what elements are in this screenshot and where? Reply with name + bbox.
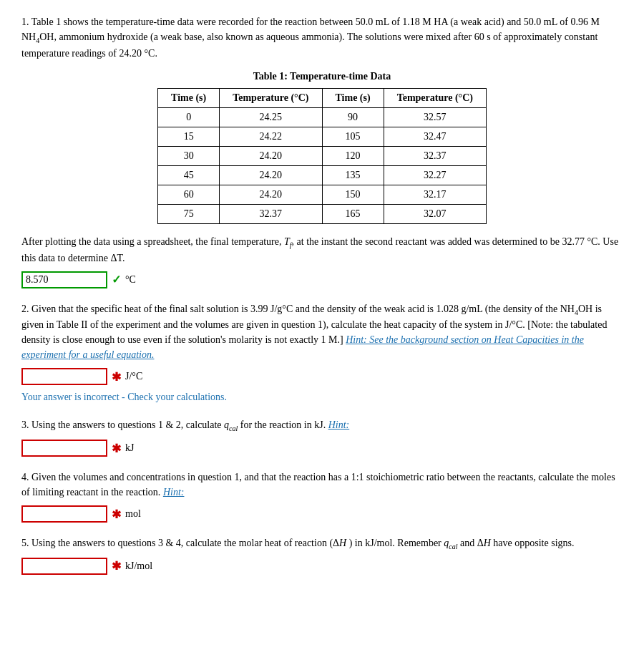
table-cell: 165 — [322, 204, 384, 223]
table-row: 4524.2013532.27 — [158, 165, 487, 185]
q4-required-star: ✱ — [112, 508, 121, 521]
q1-text: 1. Table 1 shows the temperature-time da… — [21, 14, 623, 61]
col-header-time2: Time (s) — [322, 88, 384, 107]
table-cell: 24.22 — [220, 127, 322, 146]
table-cell: 24.20 — [220, 146, 322, 165]
data-table: Time (s) Temperature (°C) Time (s) Tempe… — [157, 88, 487, 224]
table-cell: 120 — [322, 146, 384, 165]
table-cell: 105 — [322, 127, 384, 146]
table-row: 6024.2015032.17 — [158, 185, 487, 204]
q1-answer-row: ✓ °C — [21, 271, 623, 288]
table-cell: 32.37 — [384, 146, 486, 165]
q1-unit: °C — [125, 274, 136, 286]
table-cell: 135 — [322, 165, 384, 185]
table-cell: 24.25 — [220, 107, 322, 127]
col-header-temp2: Temperature (°C) — [384, 88, 486, 107]
q4-answer-row: ✱ mol — [21, 505, 623, 523]
table-cell: 150 — [322, 185, 384, 204]
q1-after-text: After plotting the data using a spreadsh… — [21, 234, 623, 266]
table-cell: 24.20 — [220, 165, 322, 185]
q5-unit: kJ/mol — [125, 561, 152, 572]
q3-answer-row: ✱ kJ — [21, 440, 623, 457]
q3-hint-link[interactable]: Hint: — [328, 419, 350, 430]
table-cell: 32.07 — [384, 204, 486, 223]
table-cell: 60 — [158, 185, 220, 204]
table-cell: 75 — [158, 204, 220, 223]
q5-answer-input[interactable] — [21, 558, 107, 575]
q1-check-icon: ✓ — [112, 273, 121, 286]
table-cell: 15 — [158, 127, 220, 146]
q4-answer-input[interactable] — [21, 505, 107, 523]
q4-hint-link[interactable]: Hint: — [163, 487, 185, 498]
table-cell: 32.57 — [384, 107, 486, 127]
q2-answer-input[interactable] — [21, 368, 107, 385]
col-header-temp1: Temperature (°C) — [220, 88, 322, 107]
table-cell: 32.37 — [220, 204, 322, 223]
q3-unit: kJ — [125, 442, 134, 454]
question-4: 4. Given the volumes and concentrations … — [21, 470, 623, 523]
q3-text: 3. Using the answers to questions 1 & 2,… — [21, 417, 623, 434]
table-cell: 32.47 — [384, 127, 486, 146]
table-cell: 32.27 — [384, 165, 486, 185]
table-row: 3024.2012032.37 — [158, 146, 487, 165]
q1-answer-input[interactable] — [21, 271, 107, 288]
table-cell: 24.20 — [220, 185, 322, 204]
q3-required-star: ✱ — [112, 442, 121, 455]
q5-answer-row: ✱ kJ/mol — [21, 558, 623, 575]
table-cell: 90 — [322, 107, 384, 127]
table-row: 1524.2210532.47 — [158, 127, 487, 146]
q2-required-star: ✱ — [112, 370, 121, 384]
q2-text: 2. Given that the specific heat of the f… — [21, 301, 623, 363]
q3-answer-input[interactable] — [21, 440, 107, 457]
q5-text: 5. Using the answers to questions 3 & 4,… — [21, 535, 623, 552]
question-2: 2. Given that the specific heat of the f… — [21, 301, 623, 405]
q4-unit: mol — [125, 508, 141, 520]
q5-required-star: ✱ — [112, 559, 121, 573]
question-3: 3. Using the answers to questions 1 & 2,… — [21, 417, 623, 457]
q2-unit: J/°C — [125, 371, 142, 382]
table-cell: 32.17 — [384, 185, 486, 204]
table-row: 024.259032.57 — [158, 107, 487, 127]
question-1: 1. Table 1 shows the temperature-time da… — [21, 14, 623, 288]
question-5: 5. Using the answers to questions 3 & 4,… — [21, 535, 623, 575]
q4-text: 4. Given the volumes and concentrations … — [21, 470, 623, 500]
table-row: 7532.3716532.07 — [158, 204, 487, 223]
q2-incorrect-msg: Your answer is incorrect - Check your ca… — [21, 389, 623, 404]
table-cell: 0 — [158, 107, 220, 127]
table-title: Table 1: Temperature-time Data — [157, 71, 487, 82]
q2-hint-link[interactable]: Hint: See the background section on Heat… — [21, 334, 584, 360]
col-header-time1: Time (s) — [158, 88, 220, 107]
table-cell: 45 — [158, 165, 220, 185]
q2-answer-row: ✱ J/°C — [21, 368, 623, 385]
table-container: Table 1: Temperature-time Data Time (s) … — [21, 71, 623, 224]
table-cell: 30 — [158, 146, 220, 165]
